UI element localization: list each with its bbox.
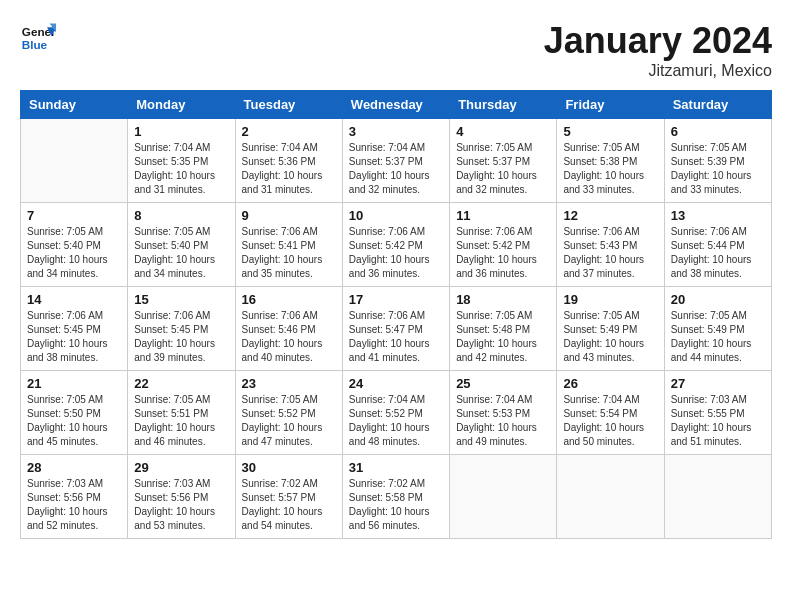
day-number: 2 [242,124,336,139]
header-thursday: Thursday [450,91,557,119]
calendar-cell [664,455,771,539]
day-info: Sunrise: 7:06 AM Sunset: 5:41 PM Dayligh… [242,225,336,281]
calendar-week-1: 1Sunrise: 7:04 AM Sunset: 5:35 PM Daylig… [21,119,772,203]
calendar-cell: 6Sunrise: 7:05 AM Sunset: 5:39 PM Daylig… [664,119,771,203]
header-sunday: Sunday [21,91,128,119]
day-info: Sunrise: 7:04 AM Sunset: 5:52 PM Dayligh… [349,393,443,449]
calendar-cell: 28Sunrise: 7:03 AM Sunset: 5:56 PM Dayli… [21,455,128,539]
day-number: 13 [671,208,765,223]
day-number: 29 [134,460,228,475]
day-info: Sunrise: 7:05 AM Sunset: 5:50 PM Dayligh… [27,393,121,449]
calendar-cell: 24Sunrise: 7:04 AM Sunset: 5:52 PM Dayli… [342,371,449,455]
day-number: 10 [349,208,443,223]
header-tuesday: Tuesday [235,91,342,119]
calendar-cell: 3Sunrise: 7:04 AM Sunset: 5:37 PM Daylig… [342,119,449,203]
day-number: 3 [349,124,443,139]
calendar-title: January 2024 [544,20,772,62]
day-info: Sunrise: 7:05 AM Sunset: 5:49 PM Dayligh… [563,309,657,365]
calendar-cell: 10Sunrise: 7:06 AM Sunset: 5:42 PM Dayli… [342,203,449,287]
day-info: Sunrise: 7:05 AM Sunset: 5:48 PM Dayligh… [456,309,550,365]
day-info: Sunrise: 7:06 AM Sunset: 5:45 PM Dayligh… [27,309,121,365]
day-number: 30 [242,460,336,475]
logo-icon: General Blue [20,20,56,56]
day-number: 6 [671,124,765,139]
calendar-cell: 14Sunrise: 7:06 AM Sunset: 5:45 PM Dayli… [21,287,128,371]
calendar-cell: 19Sunrise: 7:05 AM Sunset: 5:49 PM Dayli… [557,287,664,371]
day-info: Sunrise: 7:05 AM Sunset: 5:38 PM Dayligh… [563,141,657,197]
header-friday: Friday [557,91,664,119]
day-info: Sunrise: 7:02 AM Sunset: 5:57 PM Dayligh… [242,477,336,533]
header-wednesday: Wednesday [342,91,449,119]
calendar-cell: 20Sunrise: 7:05 AM Sunset: 5:49 PM Dayli… [664,287,771,371]
day-number: 12 [563,208,657,223]
day-number: 17 [349,292,443,307]
day-number: 27 [671,376,765,391]
calendar-cell: 25Sunrise: 7:04 AM Sunset: 5:53 PM Dayli… [450,371,557,455]
calendar-week-2: 7Sunrise: 7:05 AM Sunset: 5:40 PM Daylig… [21,203,772,287]
day-number: 28 [27,460,121,475]
day-info: Sunrise: 7:05 AM Sunset: 5:52 PM Dayligh… [242,393,336,449]
day-number: 15 [134,292,228,307]
calendar-cell: 27Sunrise: 7:03 AM Sunset: 5:55 PM Dayli… [664,371,771,455]
calendar-cell: 1Sunrise: 7:04 AM Sunset: 5:35 PM Daylig… [128,119,235,203]
day-info: Sunrise: 7:06 AM Sunset: 5:45 PM Dayligh… [134,309,228,365]
day-info: Sunrise: 7:06 AM Sunset: 5:47 PM Dayligh… [349,309,443,365]
calendar-cell: 11Sunrise: 7:06 AM Sunset: 5:42 PM Dayli… [450,203,557,287]
calendar-week-5: 28Sunrise: 7:03 AM Sunset: 5:56 PM Dayli… [21,455,772,539]
day-number: 20 [671,292,765,307]
title-area: January 2024 Jitzamuri, Mexico [544,20,772,80]
day-info: Sunrise: 7:04 AM Sunset: 5:36 PM Dayligh… [242,141,336,197]
calendar-subtitle: Jitzamuri, Mexico [544,62,772,80]
day-info: Sunrise: 7:06 AM Sunset: 5:43 PM Dayligh… [563,225,657,281]
day-info: Sunrise: 7:05 AM Sunset: 5:37 PM Dayligh… [456,141,550,197]
day-info: Sunrise: 7:04 AM Sunset: 5:54 PM Dayligh… [563,393,657,449]
calendar-cell: 15Sunrise: 7:06 AM Sunset: 5:45 PM Dayli… [128,287,235,371]
day-info: Sunrise: 7:03 AM Sunset: 5:56 PM Dayligh… [27,477,121,533]
day-info: Sunrise: 7:05 AM Sunset: 5:40 PM Dayligh… [27,225,121,281]
calendar-cell [21,119,128,203]
weekday-header-row: Sunday Monday Tuesday Wednesday Thursday… [21,91,772,119]
calendar-cell: 26Sunrise: 7:04 AM Sunset: 5:54 PM Dayli… [557,371,664,455]
calendar-cell: 5Sunrise: 7:05 AM Sunset: 5:38 PM Daylig… [557,119,664,203]
calendar-cell: 18Sunrise: 7:05 AM Sunset: 5:48 PM Dayli… [450,287,557,371]
svg-text:Blue: Blue [22,38,48,51]
day-info: Sunrise: 7:06 AM Sunset: 5:42 PM Dayligh… [349,225,443,281]
day-number: 25 [456,376,550,391]
calendar-cell [450,455,557,539]
calendar-week-3: 14Sunrise: 7:06 AM Sunset: 5:45 PM Dayli… [21,287,772,371]
day-number: 11 [456,208,550,223]
day-info: Sunrise: 7:04 AM Sunset: 5:35 PM Dayligh… [134,141,228,197]
day-number: 24 [349,376,443,391]
day-number: 1 [134,124,228,139]
day-number: 4 [456,124,550,139]
day-number: 23 [242,376,336,391]
calendar-cell: 4Sunrise: 7:05 AM Sunset: 5:37 PM Daylig… [450,119,557,203]
calendar-cell [557,455,664,539]
day-number: 19 [563,292,657,307]
day-number: 8 [134,208,228,223]
day-info: Sunrise: 7:02 AM Sunset: 5:58 PM Dayligh… [349,477,443,533]
day-info: Sunrise: 7:03 AM Sunset: 5:55 PM Dayligh… [671,393,765,449]
header-monday: Monday [128,91,235,119]
calendar-cell: 31Sunrise: 7:02 AM Sunset: 5:58 PM Dayli… [342,455,449,539]
day-number: 18 [456,292,550,307]
day-info: Sunrise: 7:05 AM Sunset: 5:51 PM Dayligh… [134,393,228,449]
calendar-cell: 21Sunrise: 7:05 AM Sunset: 5:50 PM Dayli… [21,371,128,455]
calendar-cell: 12Sunrise: 7:06 AM Sunset: 5:43 PM Dayli… [557,203,664,287]
day-number: 14 [27,292,121,307]
day-number: 31 [349,460,443,475]
day-number: 9 [242,208,336,223]
day-number: 16 [242,292,336,307]
day-info: Sunrise: 7:05 AM Sunset: 5:39 PM Dayligh… [671,141,765,197]
day-info: Sunrise: 7:04 AM Sunset: 5:53 PM Dayligh… [456,393,550,449]
day-info: Sunrise: 7:03 AM Sunset: 5:56 PM Dayligh… [134,477,228,533]
calendar-cell: 23Sunrise: 7:05 AM Sunset: 5:52 PM Dayli… [235,371,342,455]
calendar-cell: 29Sunrise: 7:03 AM Sunset: 5:56 PM Dayli… [128,455,235,539]
calendar-week-4: 21Sunrise: 7:05 AM Sunset: 5:50 PM Dayli… [21,371,772,455]
day-number: 26 [563,376,657,391]
calendar-cell: 8Sunrise: 7:05 AM Sunset: 5:40 PM Daylig… [128,203,235,287]
day-info: Sunrise: 7:06 AM Sunset: 5:46 PM Dayligh… [242,309,336,365]
calendar-cell: 30Sunrise: 7:02 AM Sunset: 5:57 PM Dayli… [235,455,342,539]
day-info: Sunrise: 7:05 AM Sunset: 5:40 PM Dayligh… [134,225,228,281]
logo: General Blue [20,20,56,56]
